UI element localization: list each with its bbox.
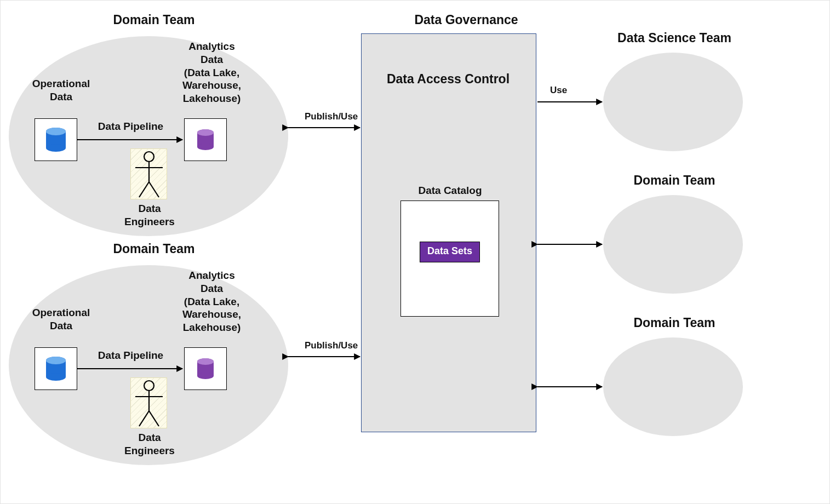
data-governance-title: Data Governance [395, 13, 537, 28]
svg-point-21 [144, 381, 154, 391]
domain-team-1-title: Domain Team [99, 13, 209, 28]
operational-db-2 [35, 347, 77, 390]
use-label: Use [550, 85, 567, 96]
data-engineers-label-2: Data Engineers [114, 431, 185, 457]
svg-point-6 [197, 144, 214, 150]
svg-point-2 [46, 144, 66, 152]
svg-line-24 [139, 411, 149, 426]
publish-use-label-2: Publish/Use [305, 340, 358, 351]
operational-data-label-2: Operational Data [21, 306, 101, 333]
domain-team-2-title: Domain Team [99, 242, 209, 257]
data-sets-box: Data Sets [420, 242, 480, 262]
operational-data-label-1: Operational Data [21, 77, 101, 104]
database-icon [196, 358, 215, 380]
diagram-canvas: Domain Team Operational Data Analytics D… [0, 0, 830, 504]
database-icon [45, 127, 67, 152]
svg-point-7 [197, 129, 214, 136]
right-domain-team-1-title: Domain Team [620, 173, 729, 188]
data-catalog-label: Data Catalog [413, 184, 487, 197]
data-access-control-label: Data Access Control [382, 72, 514, 87]
data-engineers-actor-2 [130, 377, 167, 428]
person-icon [131, 149, 168, 200]
svg-point-15 [46, 373, 66, 381]
svg-point-3 [46, 128, 66, 135]
publish-use-label-1: Publish/Use [305, 111, 358, 122]
analytics-data-label-2: Analytics Data (Data Lake, Warehouse, La… [161, 269, 262, 334]
analytics-db-2 [184, 347, 227, 390]
database-icon [45, 356, 67, 381]
data-science-team-ellipse [603, 53, 743, 151]
data-pipeline-label-1: Data Pipeline [85, 120, 176, 133]
data-engineers-label-1: Data Engineers [114, 202, 185, 228]
data-engineers-actor-1 [130, 148, 167, 199]
svg-point-8 [144, 152, 154, 162]
right-domain-team-1-ellipse [603, 195, 743, 294]
analytics-data-label-1: Analytics Data (Data Lake, Warehouse, La… [161, 40, 262, 105]
svg-line-12 [149, 182, 159, 197]
svg-line-25 [149, 411, 159, 426]
person-icon [131, 378, 168, 429]
svg-line-11 [139, 182, 149, 197]
database-icon [196, 129, 215, 151]
svg-point-16 [46, 357, 66, 364]
svg-point-20 [197, 358, 214, 365]
data-science-team-title: Data Science Team [603, 31, 746, 46]
data-pipeline-label-2: Data Pipeline [85, 349, 176, 362]
operational-db-1 [35, 118, 77, 161]
svg-point-19 [197, 373, 214, 379]
analytics-db-1 [184, 118, 227, 161]
right-domain-team-2-title: Domain Team [620, 316, 729, 331]
right-domain-team-2-ellipse [603, 337, 743, 436]
